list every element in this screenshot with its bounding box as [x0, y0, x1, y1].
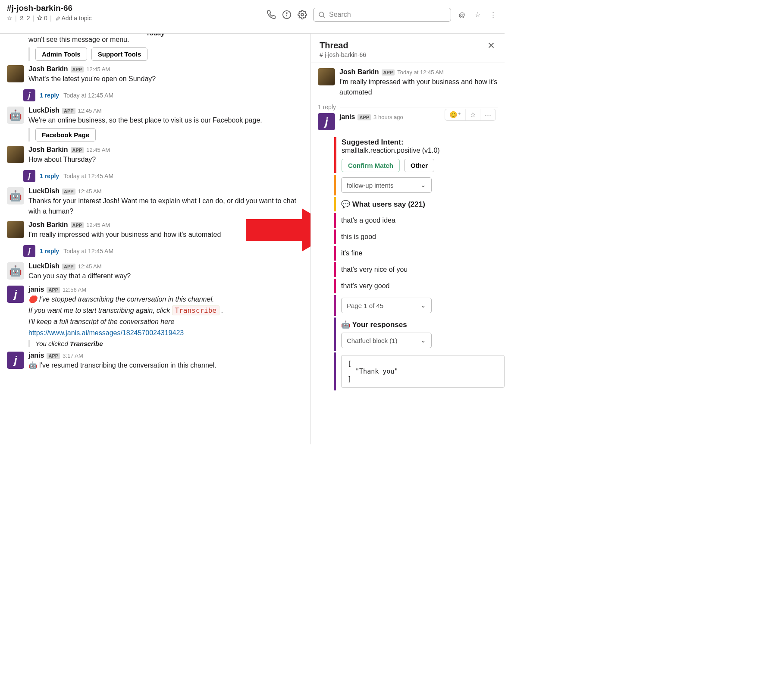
message-text: I'm really impressed with your business … [339, 77, 498, 97]
message-time: 12:45 AM [78, 188, 102, 195]
app-badge: APP [47, 353, 60, 359]
avatar[interactable] [318, 113, 335, 130]
svg-point-4 [301, 13, 304, 16]
more-icon[interactable]: ⋯ [480, 109, 495, 120]
search-placeholder: Search [329, 11, 351, 19]
add-topic[interactable]: Add a topic [54, 15, 92, 22]
chevron-down-icon: ⌄ [420, 181, 426, 189]
channel-meta: ☆ | 2 | 0 | Add a topic [7, 15, 267, 22]
avatar[interactable]: 🤖 [7, 262, 24, 280]
message: janis APP 3:17 AM 🤖 I've resumed transcr… [0, 349, 310, 372]
search-icon [318, 11, 326, 19]
avatar[interactable] [7, 146, 24, 163]
star-icon[interactable]: ☆ [465, 109, 480, 120]
message-text: How about Thursday? [28, 154, 304, 165]
message-user[interactable]: janis [28, 352, 44, 359]
pin-count[interactable]: 0 [37, 15, 47, 22]
facebook-page-button[interactable]: Facebook Page [35, 128, 96, 142]
message-user[interactable]: janis [339, 113, 355, 121]
followup-select[interactable]: follow-up intents ⌄ [341, 177, 432, 193]
reply-avatar [23, 170, 35, 182]
message-action-bar: 😊⁺ ☆ ⋯ [445, 109, 496, 121]
message-user[interactable]: Josh Barkin [28, 146, 68, 154]
avatar[interactable] [318, 68, 335, 85]
thread-reply-link[interactable]: 1 reply Today at 12:45 AM [23, 169, 310, 185]
channel-messages[interactable]: Today won't see this message or menu. Ad… [0, 34, 310, 444]
svg-line-6 [323, 16, 324, 17]
search-input[interactable]: Search [313, 8, 451, 22]
thread-title: Thread [320, 41, 366, 50]
avatar[interactable]: 🤖 [7, 187, 24, 204]
code-block: [ "Thank you" ] [341, 355, 505, 388]
thread-subtitle[interactable]: # j-josh-barkin-66 [320, 51, 366, 58]
annotation-arrow [246, 206, 310, 254]
member-count[interactable]: 2 [19, 15, 30, 22]
message-user[interactable]: janis [28, 286, 44, 293]
app-badge: APP [71, 66, 84, 72]
message-text: I'll keep a full transcript of the conve… [28, 317, 304, 327]
avatar[interactable] [7, 221, 24, 238]
phrase-item: this is good [334, 230, 505, 244]
mentions-icon[interactable]: @ [457, 10, 467, 19]
responses-block: 🤖 Your responses Chatfuel block (1) ⌄ [334, 318, 505, 351]
app-badge: APP [62, 189, 75, 195]
message-text: 🛑 I've stopped transcribing the conversa… [28, 294, 304, 305]
chatfuel-select[interactable]: Chatfuel block (1) ⌄ [341, 333, 432, 348]
reaction-icon[interactable]: 😊⁺ [445, 109, 465, 120]
message-time: 12:45 AM [86, 66, 110, 72]
admin-tools-button[interactable]: Admin Tools [35, 47, 87, 61]
avatar[interactable] [7, 352, 24, 369]
attachment-buttons: Facebook Page [28, 128, 304, 142]
svg-point-5 [319, 12, 324, 17]
message-text: We're an online business, so the best pl… [28, 115, 304, 126]
star-channel-icon[interactable]: ☆ [473, 10, 482, 19]
more-icon[interactable]: ⋮ [488, 10, 498, 19]
code-inline: Transcribe [172, 305, 220, 315]
thread-reply-link[interactable]: 1 reply Today at 12:45 AM [23, 88, 310, 104]
message: Josh Barkin APP 12:45 AM How about Thurs… [0, 143, 310, 167]
message-user[interactable]: Josh Barkin [28, 221, 68, 229]
close-icon[interactable] [486, 41, 496, 51]
avatar[interactable] [7, 286, 24, 303]
message-user[interactable]: Josh Barkin [339, 68, 379, 76]
app-badge: APP [71, 147, 84, 153]
app-badge: APP [62, 108, 75, 114]
support-tools-button[interactable]: Support Tools [91, 47, 148, 61]
phrase-item: that's a good idea [334, 213, 505, 228]
svg-point-0 [21, 16, 23, 18]
svg-point-3 [286, 13, 287, 13]
app-badge: APP [62, 264, 75, 270]
message-time: 3 hours ago [373, 114, 403, 120]
attachment-buttons: Admin Tools Support Tools [28, 47, 304, 61]
other-button[interactable]: Other [404, 159, 434, 172]
info-icon[interactable] [282, 10, 292, 19]
gear-icon[interactable] [298, 10, 307, 19]
intent-label: Suggested Intent: [342, 138, 505, 147]
message-time: 12:45 AM [86, 147, 110, 153]
quote-block: You clicked Transcribe [28, 340, 304, 347]
channel-name[interactable]: #j-josh-barkin-66 [7, 3, 267, 13]
message-time: 12:45 AM [78, 263, 102, 270]
app-badge: APP [71, 222, 84, 228]
message-text: What's the latest you're open on Sunday? [28, 74, 304, 84]
users-say-header: 💬 What users say (221) [334, 197, 505, 211]
message-time: Today at 12:45 AM [397, 69, 444, 75]
suggested-intent-block: Suggested Intent: smalltalk.reaction.pos… [334, 137, 505, 173]
message-user[interactable]: Josh Barkin [28, 65, 68, 73]
star-icon[interactable]: ☆ [7, 15, 13, 22]
reply-avatar [23, 89, 35, 101]
page-select-block: Page 1 of 45 ⌄ [334, 295, 505, 316]
message-user[interactable]: LuckDish [28, 187, 60, 195]
page-select[interactable]: Page 1 of 45 ⌄ [341, 298, 432, 313]
app-badge: APP [358, 114, 371, 120]
confirm-match-button[interactable]: Confirm Match [342, 159, 400, 172]
response-code-block: [ "Thank you" ] [334, 352, 505, 390]
avatar[interactable] [7, 65, 24, 82]
avatar[interactable]: 🤖 [7, 107, 24, 124]
message-link[interactable]: https://www.janis.ai/messages/1824570024… [28, 328, 304, 338]
message: janis APP 12:56 AM 🛑 I've stopped transc… [0, 283, 310, 349]
phrase-item: that's very good [334, 279, 505, 293]
message-user[interactable]: LuckDish [28, 107, 60, 114]
call-icon[interactable] [267, 10, 276, 19]
message-user[interactable]: LuckDish [28, 262, 60, 270]
